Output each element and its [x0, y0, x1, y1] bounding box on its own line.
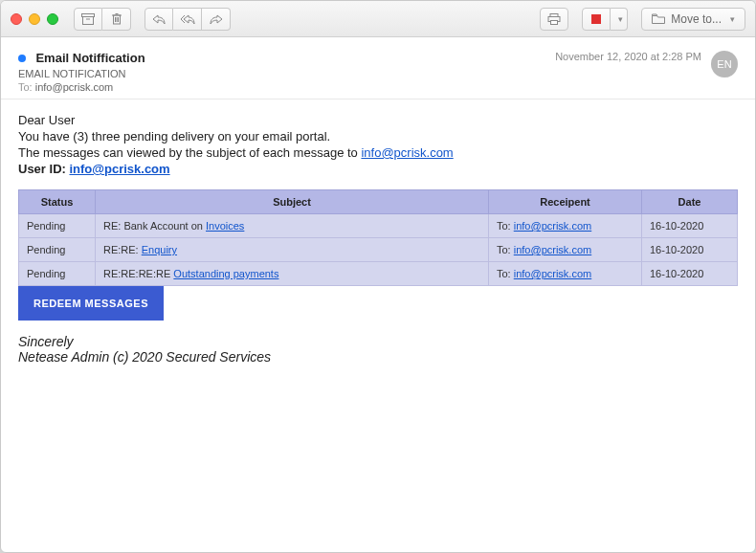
subject-link[interactable]: Invoices: [206, 220, 244, 232]
message-from: EMAIL NOTIFICATION: [18, 68, 555, 79]
unread-indicator-icon: [18, 55, 26, 62]
message-header: Email Notiffication EMAIL NOTIFICATION T…: [1, 37, 755, 100]
folder-icon: [652, 13, 665, 24]
sig-line2: Netease Admin (c) 2020 Secured Services: [18, 349, 738, 365]
signature: Sincerely Netease Admin (c) 2020 Secured…: [18, 334, 738, 365]
pending-table: Status Subject Receipent Date Pending RE…: [18, 189, 738, 286]
subject-link[interactable]: Outstanding payments: [173, 268, 278, 279]
message-date: November 12, 2020 at 2:28 PM: [555, 51, 701, 62]
trash-icon: [111, 12, 122, 25]
zoom-button[interactable]: [47, 13, 58, 25]
sig-line1: Sincerely: [18, 334, 738, 349]
body-email-link[interactable]: info@pcrisk.com: [361, 145, 453, 160]
recipient-link[interactable]: info@pcrisk.com: [514, 244, 591, 255]
trash-button[interactable]: [102, 8, 131, 31]
cell-recipient: To: info@pcrisk.com: [489, 262, 642, 286]
body-line1: You have (3) three pending delivery on y…: [18, 129, 738, 144]
titlebar: ▾ Move to... ▾: [1, 1, 755, 37]
redeem-button[interactable]: REDEEM MESSAGES: [18, 286, 164, 321]
cell-recipient: To: info@pcrisk.com: [489, 214, 642, 238]
archive-icon: [81, 13, 95, 25]
flag-group: ▾: [582, 8, 628, 31]
body-line2: The messages can viewed by the subject o…: [18, 145, 738, 160]
mail-window: ▾ Move to... ▾ Email Notiffication EMAIL…: [0, 0, 756, 553]
flag-menu-button[interactable]: ▾: [611, 8, 628, 31]
reply-icon: [152, 13, 166, 25]
userid-line: User ID: info@pcrisk.com: [18, 162, 738, 176]
table-row: Pending RE:RE: Enquiry To: info@pcrisk.c…: [19, 238, 738, 262]
move-to-label: Move to...: [671, 12, 722, 26]
to-value: info@pcrisk.com: [35, 81, 113, 93]
svg-rect-1: [83, 16, 94, 24]
reply-all-icon: [180, 13, 195, 25]
minimize-button[interactable]: [29, 13, 40, 25]
table-row: Pending RE:RE:RE:RE Outstanding payments…: [19, 262, 738, 286]
greeting: Dear User: [18, 113, 738, 127]
recipient-link[interactable]: info@pcrisk.com: [514, 268, 591, 279]
recipient-link[interactable]: info@pcrisk.com: [514, 220, 591, 232]
th-status: Status: [19, 190, 96, 214]
reply-button[interactable]: [145, 8, 173, 31]
th-recipient: Receipent: [489, 190, 642, 214]
table-row: Pending RE: Bank Account on Invoices To:…: [19, 214, 738, 238]
subject-row: Email Notiffication: [18, 49, 555, 66]
header-left: Email Notiffication EMAIL NOTIFICATION T…: [18, 49, 555, 93]
flag-button[interactable]: [582, 8, 611, 31]
message-body: Dear User You have (3) three pending del…: [1, 100, 755, 378]
close-button[interactable]: [11, 13, 22, 25]
cell-status: Pending: [19, 238, 96, 262]
archive-group: [74, 8, 131, 31]
forward-button[interactable]: [202, 8, 231, 31]
svg-rect-11: [551, 20, 558, 24]
flag-icon: [591, 14, 601, 24]
message-to: To: info@pcrisk.com: [18, 81, 555, 93]
printer-icon: [547, 13, 561, 25]
forward-icon: [210, 13, 223, 25]
cell-subject: RE:RE: Enquiry: [96, 238, 489, 262]
cell-subject: RE:RE:RE:RE Outstanding payments: [96, 262, 489, 286]
archive-button[interactable]: [74, 8, 102, 31]
chevron-down-icon: ▾: [618, 14, 623, 24]
th-subject: Subject: [96, 190, 489, 214]
cell-date: 16-10-2020: [642, 238, 738, 262]
cell-recipient: To: info@pcrisk.com: [489, 238, 642, 262]
chevron-down-icon: ▾: [730, 14, 735, 24]
window-controls: [11, 13, 58, 25]
userid-link[interactable]: info@pcrisk.com: [69, 162, 169, 176]
cell-date: 16-10-2020: [642, 262, 738, 286]
to-label: To:: [18, 81, 33, 93]
reply-group: [145, 8, 231, 31]
print-button[interactable]: [540, 8, 568, 31]
reply-all-button[interactable]: [173, 8, 202, 31]
table-header-row: Status Subject Receipent Date: [19, 190, 738, 214]
cell-status: Pending: [19, 214, 96, 238]
move-to-button[interactable]: Move to... ▾: [641, 8, 745, 31]
cell-subject: RE: Bank Account on Invoices: [96, 214, 489, 238]
cell-status: Pending: [19, 262, 96, 286]
message-subject: Email Notiffication: [35, 51, 145, 65]
subject-link[interactable]: Enquiry: [142, 244, 177, 255]
th-date: Date: [642, 190, 738, 214]
sender-avatar: EN: [711, 51, 738, 77]
cell-date: 16-10-2020: [642, 214, 738, 238]
